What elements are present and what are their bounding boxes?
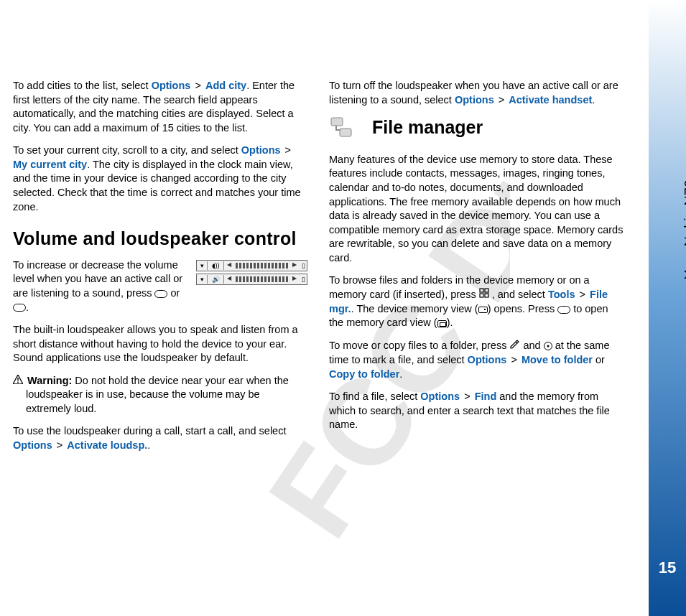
sidebar-title: Your Nokia N70 bbox=[682, 179, 686, 279]
svg-rect-9 bbox=[485, 294, 488, 297]
signal-icon: ▾ bbox=[197, 275, 207, 284]
separator: > bbox=[577, 289, 589, 300]
separator: > bbox=[54, 439, 66, 451]
svg-rect-6 bbox=[480, 289, 483, 292]
link-tools: Tools bbox=[548, 289, 575, 300]
scroll-right-key-icon bbox=[557, 306, 570, 314]
file-manager-icon bbox=[329, 116, 355, 146]
volume-level-bar bbox=[236, 263, 288, 269]
paragraph-memory-info: Many features of the device use memory t… bbox=[329, 153, 624, 266]
text: ). bbox=[447, 317, 453, 328]
edit-key-icon bbox=[509, 339, 520, 353]
scroll-left-key-icon bbox=[154, 290, 167, 298]
paragraph-volume: To increase or decrease the volume level… bbox=[13, 258, 189, 314]
svg-rect-5 bbox=[340, 129, 351, 136]
page-number: 15 bbox=[649, 559, 686, 577]
text: To find a file, select bbox=[329, 391, 420, 402]
text: To set your current city, scroll to a ci… bbox=[13, 144, 241, 156]
heading-volume-loudspeaker: Volume and loudspeaker control bbox=[13, 227, 307, 251]
text: To add cities to the list, select bbox=[13, 80, 152, 91]
paragraph-activate-loudsp: To use the loudspeaker during a call, st… bbox=[13, 424, 307, 452]
text: or bbox=[593, 354, 605, 365]
warning-label: Warning: bbox=[27, 375, 72, 386]
sidebar: Your Nokia N70 15 bbox=[649, 0, 686, 616]
text: . The device memory view ( bbox=[351, 303, 478, 314]
content-columns: To add cities to the list, select Option… bbox=[13, 79, 624, 462]
link-add-city: Add city bbox=[205, 80, 246, 91]
text: . bbox=[26, 302, 29, 313]
separator: > bbox=[496, 94, 508, 106]
paragraph-loudspeaker-info: The built-in loudspeaker allows you to s… bbox=[13, 323, 307, 365]
volume-bar-loudspeaker: ▾ 🔊 ◀ ▶ ▯ bbox=[196, 274, 307, 285]
separator: > bbox=[192, 80, 204, 91]
paragraph-current-city: To set your current city, scroll to a ci… bbox=[13, 144, 307, 214]
left-column: To add cities to the list, select Option… bbox=[13, 79, 307, 462]
separator: > bbox=[508, 354, 520, 365]
volume-section: To increase or decrease the volume level… bbox=[13, 258, 307, 323]
svg-rect-8 bbox=[480, 294, 483, 297]
text: , and select bbox=[489, 289, 548, 300]
text: or bbox=[167, 287, 180, 299]
loudspeaker-icon: 🔊 bbox=[207, 275, 224, 284]
text: . bbox=[592, 94, 595, 106]
signal-icon: ▾ bbox=[197, 261, 207, 270]
manual-page: FCC Draft To add cities to the list, sel… bbox=[0, 0, 686, 616]
separator: > bbox=[282, 144, 292, 156]
link-my-current-city: My current city bbox=[13, 159, 87, 170]
selection-key-icon bbox=[544, 342, 552, 350]
link-options: Options bbox=[420, 391, 460, 402]
volume-indicator-graphic: ▾ ◖)) ◀ ▶ ▯ ▾ 🔊 ◀ ▶ ▯ bbox=[196, 260, 307, 287]
warning-icon bbox=[13, 374, 23, 388]
text: To use the loudspeaker during a call, st… bbox=[13, 425, 286, 437]
arrow-left-icon: ◀ bbox=[224, 261, 234, 269]
link-copy-to-folder: Copy to folder bbox=[329, 368, 399, 380]
volume-level-bar bbox=[236, 276, 288, 282]
link-options: Options bbox=[241, 144, 281, 156]
right-column: To turn off the loudspeaker when you hav… bbox=[329, 79, 624, 462]
arrow-right-icon: ▶ bbox=[289, 275, 300, 283]
text: . bbox=[399, 368, 402, 380]
svg-rect-4 bbox=[331, 118, 343, 126]
link-options: Options bbox=[468, 354, 507, 365]
arrow-right-icon: ▶ bbox=[289, 261, 300, 269]
paragraph-browse-files: To browse files and folders in the devic… bbox=[329, 274, 624, 330]
paragraph-find-file: To find a file, select Options > Find an… bbox=[329, 390, 624, 432]
svg-point-3 bbox=[17, 381, 19, 383]
memory-card-icon bbox=[437, 320, 447, 327]
text: ) opens. Press bbox=[488, 303, 558, 314]
warning-block: Warning: Do not hold the device near you… bbox=[13, 374, 307, 416]
scroll-right-key-icon bbox=[13, 304, 26, 312]
text: To move or copy files to a folder, press bbox=[329, 340, 509, 351]
earpiece-icon: ◖)) bbox=[207, 261, 224, 270]
paragraph-move-copy: To move or copy files to a folder, press… bbox=[329, 339, 624, 381]
file-manager-heading-block: File manager bbox=[329, 116, 624, 140]
link-options: Options bbox=[13, 439, 52, 451]
text: . bbox=[147, 439, 150, 451]
text: and bbox=[520, 340, 543, 351]
arrow-left-icon: ◀ bbox=[224, 275, 234, 283]
link-activate-handset: Activate handset bbox=[509, 94, 592, 106]
link-options: Options bbox=[455, 94, 494, 106]
link-move-to-folder: Move to folder bbox=[522, 354, 593, 365]
link-activate-loudsp: Activate loudsp. bbox=[67, 439, 147, 451]
paragraph-add-city: To add cities to the list, select Option… bbox=[13, 79, 307, 135]
device-memory-icon bbox=[478, 307, 488, 313]
battery-icon: ▯ bbox=[300, 261, 307, 270]
volume-bar-earpiece: ▾ ◖)) ◀ ▶ ▯ bbox=[196, 260, 307, 271]
link-options: Options bbox=[152, 80, 191, 91]
battery-icon: ▯ bbox=[300, 275, 307, 284]
link-find: Find bbox=[475, 391, 497, 402]
svg-rect-7 bbox=[485, 289, 488, 292]
heading-file-manager: File manager bbox=[372, 116, 624, 140]
separator: > bbox=[461, 391, 473, 402]
paragraph-activate-handset: To turn off the loudspeaker when you hav… bbox=[329, 79, 624, 107]
menu-key-icon bbox=[479, 288, 489, 302]
